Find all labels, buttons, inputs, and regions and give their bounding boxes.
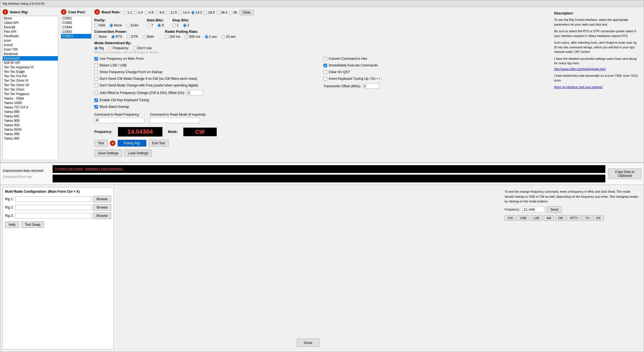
rig-list-item[interactable]: None bbox=[3, 16, 58, 21]
baud-option[interactable]: 56 bbox=[229, 11, 237, 14]
rig-list-item[interactable]: Ten Tec Pegasus bbox=[3, 92, 58, 96]
baud-radio[interactable] bbox=[179, 11, 182, 14]
rig-list-item[interactable]: Yaesu 891 bbox=[3, 114, 58, 118]
baud-option[interactable]: 2.4 bbox=[134, 11, 143, 14]
connPower-option[interactable]: DTR bbox=[127, 35, 138, 39]
baud-radio[interactable] bbox=[229, 11, 233, 14]
mode-btn-tx[interactable]: TX bbox=[582, 215, 592, 221]
dont-send-cw-checkbox[interactable] bbox=[94, 77, 98, 81]
com-list[interactable]: COM1COM5COM4COM3COM11 bbox=[61, 16, 92, 39]
pollingRate-radio[interactable] bbox=[205, 35, 208, 39]
baud-option[interactable]: 19.2 bbox=[191, 11, 202, 14]
connPower-radio[interactable] bbox=[127, 35, 130, 39]
rig-list-item[interactable]: Icom 735 bbox=[3, 47, 58, 52]
desc-link[interactable]: http://www.n3fjp.com/help/righelp.html bbox=[554, 67, 640, 71]
rig-list-item[interactable]: N3FJP API bbox=[3, 61, 58, 65]
rig3-input[interactable] bbox=[15, 213, 91, 219]
modeDet-option[interactable]: Rig bbox=[94, 46, 104, 50]
rig-list-item[interactable]: Ten Tec Argonaut VI bbox=[3, 65, 58, 70]
send-button[interactable]: Send bbox=[547, 206, 562, 213]
end-test-button[interactable]: End Test bbox=[149, 140, 169, 147]
stopBits-option[interactable]: 1 bbox=[172, 23, 179, 27]
offset-input[interactable]: 0 bbox=[187, 90, 203, 95]
com-list-item[interactable]: COM3 bbox=[61, 29, 91, 34]
pollingRate-radio[interactable] bbox=[185, 35, 188, 39]
mode-btn-usb[interactable]: USB bbox=[517, 215, 529, 221]
baud-option[interactable]: 1.2 bbox=[123, 11, 132, 14]
more-link[interactable]: More rig interface help and settings! bbox=[554, 85, 603, 89]
modeDet-option[interactable]: Frequency bbox=[108, 46, 129, 50]
pollingRate-option[interactable]: 10 sec bbox=[221, 35, 236, 39]
mode-btn-am[interactable]: AM bbox=[544, 215, 554, 221]
baud-option[interactable]: 11.5 bbox=[166, 11, 177, 14]
baud-radio[interactable] bbox=[134, 11, 137, 14]
rig1-input[interactable] bbox=[15, 196, 91, 202]
rig-list-item[interactable]: Yaesu 990 bbox=[3, 132, 58, 136]
baud-option[interactable]: 9.6 bbox=[155, 11, 164, 14]
baud-radio[interactable] bbox=[191, 11, 195, 14]
stopBits-option[interactable]: 2 bbox=[183, 23, 189, 27]
pollingRate-radio[interactable] bbox=[165, 35, 169, 39]
pollingRate-option[interactable]: 2 sec bbox=[205, 35, 217, 39]
transverter-input[interactable]: 0 bbox=[363, 83, 379, 89]
baud-option[interactable]: 14.4 bbox=[179, 11, 189, 14]
done-button[interactable]: Done bbox=[297, 339, 319, 347]
use-frequency-checkbox[interactable] bbox=[94, 57, 98, 61]
baud-option[interactable]: 4.8 bbox=[144, 11, 154, 14]
read-freq-input[interactable]: IF; bbox=[94, 118, 144, 123]
rig-list-item[interactable]: Yaesu 890 bbox=[3, 110, 58, 114]
baud-option[interactable]: 28.8 bbox=[204, 11, 214, 14]
com-list-item[interactable]: COM4 bbox=[61, 25, 91, 29]
add-offset-checkbox[interactable] bbox=[94, 91, 98, 95]
com-list-item[interactable]: COM11 bbox=[61, 34, 91, 38]
rig-list-item[interactable]: Ten Tec Omni VI bbox=[3, 78, 58, 83]
help-button[interactable]: Help bbox=[5, 221, 19, 228]
baud-radio[interactable] bbox=[204, 11, 207, 14]
show-freq-form-checkbox[interactable] bbox=[94, 70, 98, 74]
pollingRate-option[interactable]: 500 ms bbox=[185, 35, 200, 39]
enable-ctrl-checkbox[interactable] bbox=[94, 98, 98, 102]
dont-send-mode-checkbox[interactable] bbox=[94, 84, 98, 87]
stopBits-radio[interactable] bbox=[183, 24, 187, 27]
connPower-radio[interactable] bbox=[111, 35, 115, 39]
rig-list-item[interactable]: Client API bbox=[3, 21, 58, 25]
rig-list-item[interactable]: Kenwood2 bbox=[3, 56, 58, 61]
parity-radio[interactable] bbox=[110, 24, 113, 27]
connPower-radio[interactable] bbox=[94, 35, 98, 39]
rig-list-item[interactable]: Ten Tec Fnt Pnl bbox=[3, 74, 58, 78]
connPower-option[interactable]: Both bbox=[142, 35, 154, 39]
save-settings-button[interactable]: Save Settings bbox=[94, 150, 122, 157]
rig-list-item[interactable]: Ten Tec Orion bbox=[3, 87, 58, 92]
rig1-browse-button[interactable]: Browse bbox=[93, 196, 111, 202]
rig-list-item[interactable]: Icom bbox=[3, 38, 58, 43]
parity-radio[interactable] bbox=[126, 24, 130, 27]
baud-radio[interactable] bbox=[155, 11, 159, 14]
connPower-radio[interactable] bbox=[142, 35, 146, 39]
read-mode-input[interactable] bbox=[150, 118, 200, 123]
pollingRate-radio[interactable] bbox=[221, 35, 225, 39]
rig-list-item[interactable]: Yaesu 757 GX II bbox=[3, 105, 58, 110]
rig-list-item[interactable]: Yaesu 991 bbox=[3, 136, 58, 141]
test-button[interactable]: Test bbox=[94, 140, 108, 147]
test-swap-button[interactable]: Test Swap bbox=[21, 221, 44, 228]
parity-option[interactable]: Even bbox=[126, 23, 138, 27]
dataBits-radio[interactable] bbox=[147, 24, 150, 27]
load-settings-button[interactable]: Load Settings bbox=[124, 150, 152, 157]
pollingRate-option[interactable]: 100 ms bbox=[165, 35, 180, 39]
parity-option[interactable]: Odd bbox=[94, 23, 105, 27]
rig-list[interactable]: NoneClient APIElecraftFlex APIFlexRadioI… bbox=[3, 16, 58, 160]
dataBits-option[interactable]: 8 bbox=[157, 23, 164, 27]
modeDet-radio[interactable] bbox=[133, 46, 137, 50]
baud-radio[interactable] bbox=[216, 11, 220, 14]
rig2-browse-button[interactable]: Browse bbox=[93, 204, 111, 211]
mode-btn-lsb[interactable]: LSB bbox=[531, 215, 542, 221]
mode-btn-rtty[interactable]: RTTY bbox=[567, 215, 581, 221]
parity-radio[interactable] bbox=[94, 24, 98, 27]
rig-list-item[interactable]: Yaesu 920 bbox=[3, 123, 58, 127]
rig-list-item[interactable]: Icom2 bbox=[3, 43, 58, 47]
rig-list-item[interactable]: Yaesu 920A bbox=[3, 127, 58, 132]
rig-list-item[interactable]: Kenwood bbox=[3, 52, 58, 56]
freq-test-input[interactable]: 21.446 bbox=[522, 207, 544, 212]
polling-rig-button[interactable]: Polling Rig! bbox=[118, 140, 146, 147]
dataBits-option[interactable]: 7 bbox=[147, 23, 153, 27]
